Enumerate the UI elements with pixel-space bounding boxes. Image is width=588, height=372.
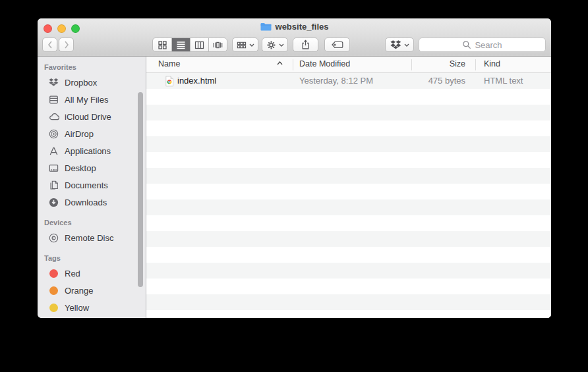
section-header: Favorites (38, 62, 146, 74)
sidebar-item-tag-orange[interactable]: Orange (38, 282, 146, 299)
list-column-headers: Name Date Modified Size Kind (146, 57, 551, 73)
arrange-menu-button[interactable] (232, 38, 258, 52)
sidebar-item-dropbox[interactable]: Dropbox (38, 74, 146, 91)
back-button[interactable] (42, 38, 57, 52)
icloud-icon (48, 113, 59, 120)
title-bar[interactable]: website_files (38, 18, 551, 57)
downloads-icon (48, 198, 59, 207)
file-kind: HTML text (484, 76, 523, 86)
tag-color-dot (49, 304, 58, 312)
finder-window: website_files (38, 18, 551, 318)
icon-view-button[interactable] (153, 38, 171, 51)
sidebar-item-icloud-drive[interactable]: iCloud Drive (38, 108, 146, 125)
sidebar-item-airdrop[interactable]: AirDrop (38, 125, 146, 142)
sidebar: Favorites Dropbox All My Files iCloud Dr… (38, 57, 146, 318)
sidebar-item-label: Orange (65, 286, 93, 296)
sidebar-item-label: Yellow (65, 303, 89, 313)
window-title: website_files (38, 22, 551, 32)
sidebar-item-label: Remote Disc (65, 233, 113, 243)
chevron-down-icon (249, 43, 254, 47)
sidebar-item-label: Desktop (65, 163, 96, 173)
sidebar-item-desktop[interactable]: Desktop (38, 159, 146, 176)
dropbox-icon (48, 78, 59, 87)
grid-view-icon (158, 40, 167, 50)
file-row-index-html[interactable]: index.html Yesterday, 8:12 PM 475 bytes … (146, 73, 551, 89)
column-view-icon (194, 40, 204, 50)
column-divider[interactable] (293, 59, 293, 70)
remote-disc-icon (48, 233, 59, 243)
sidebar-item-tag-red[interactable]: Red (38, 265, 146, 282)
applications-icon (48, 146, 59, 156)
file-size: 475 bytes (411, 76, 465, 86)
sort-ascending-icon (277, 61, 283, 65)
sidebar-item-all-my-files[interactable]: All My Files (38, 91, 146, 108)
coverflow-view-icon (213, 40, 223, 50)
tag-color-dot (49, 286, 58, 295)
chevron-left-icon (47, 41, 53, 49)
column-header-kind[interactable]: Kind (484, 59, 500, 68)
airdrop-icon (48, 129, 59, 139)
action-menu-button[interactable] (262, 38, 288, 52)
sidebar-item-tag-yellow[interactable]: Yellow (38, 299, 146, 316)
navigation-buttons (42, 38, 74, 52)
list-view-icon (176, 40, 186, 50)
desktop-background: website_files (0, 0, 588, 372)
chevron-down-icon (279, 43, 284, 47)
column-divider[interactable] (475, 59, 476, 70)
tag-icon (332, 41, 343, 49)
section-header: Tags (38, 253, 146, 265)
sidebar-item-remote-disc[interactable]: Remote Disc (38, 229, 146, 246)
list-view-button[interactable] (171, 38, 190, 51)
sidebar-item-label: Downloads (65, 198, 107, 207)
sidebar-section-devices: Devices Remote Disc (38, 217, 146, 246)
sidebar-item-label: AirDrop (65, 129, 94, 139)
chevron-right-icon (64, 41, 69, 49)
sidebar-scrollbar-thumb[interactable] (138, 92, 143, 287)
search-icon (462, 40, 471, 49)
column-header-date-modified[interactable]: Date Modified (299, 59, 350, 68)
sidebar-item-downloads[interactable]: Downloads (38, 194, 146, 211)
sidebar-item-label: Applications (65, 146, 111, 156)
chevron-down-icon (404, 43, 409, 47)
column-view-button[interactable] (190, 38, 208, 51)
file-list[interactable]: index.html Yesterday, 8:12 PM 475 bytes … (146, 73, 551, 318)
all-my-files-icon (48, 95, 59, 105)
column-header-name[interactable]: Name (158, 59, 180, 68)
search-input[interactable]: Search (419, 38, 546, 52)
sidebar-section-favorites: Favorites Dropbox All My Files iCloud Dr… (38, 62, 146, 211)
sidebar-item-label: Documents (65, 180, 108, 190)
share-icon (301, 40, 310, 50)
view-switcher (152, 38, 227, 52)
sidebar-section-tags: Tags Red Orange Yellow (38, 253, 146, 316)
sidebar-item-applications[interactable]: Applications (38, 142, 146, 159)
sidebar-item-label: Dropbox (65, 78, 97, 88)
column-header-size[interactable]: Size (411, 59, 465, 68)
desktop-icon (48, 164, 59, 173)
dropbox-icon (390, 40, 401, 50)
file-name: index.html (177, 76, 216, 86)
section-header: Devices (38, 217, 146, 229)
documents-icon (48, 180, 59, 190)
sidebar-item-label: All My Files (65, 95, 108, 105)
share-button[interactable] (293, 38, 318, 52)
folder-icon (260, 22, 272, 31)
file-date-modified: Yesterday, 8:12 PM (299, 76, 373, 86)
file-list-pane: Name Date Modified Size Kind (146, 57, 551, 318)
search-placeholder: Search (475, 40, 502, 50)
html-file-chrome-icon (164, 76, 175, 87)
tag-color-dot (49, 269, 58, 278)
sidebar-item-documents[interactable]: Documents (38, 176, 146, 194)
window-title-text: website_files (276, 22, 329, 32)
dropbox-menu-button[interactable] (385, 38, 414, 52)
sidebar-item-label: Red (65, 269, 80, 279)
coverflow-view-button[interactable] (208, 38, 227, 51)
forward-button[interactable] (59, 38, 74, 52)
toolbar: Search (38, 38, 551, 52)
tag-button[interactable] (324, 38, 350, 52)
sidebar-item-label: iCloud Drive (65, 112, 111, 122)
arrange-icon (237, 40, 247, 50)
gear-icon (266, 40, 276, 50)
